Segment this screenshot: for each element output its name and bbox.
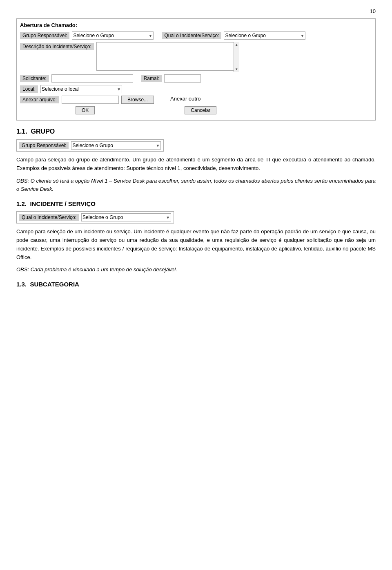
local-arrow-icon: ▼ — [117, 87, 121, 92]
anexar-outro-label: Anexar outro — [170, 96, 200, 102]
descricao-label: Descrição do Incidente/Serviço: — [20, 43, 94, 50]
descricao-textarea[interactable] — [96, 42, 239, 71]
incidente-arrow-icon: ▼ — [301, 34, 305, 38]
section2-para1: Campo para seleção de um incidente ou se… — [16, 228, 376, 262]
section2-title: INCIDENTE / SERVIÇO — [30, 200, 96, 207]
section2-incidente-select-text: Selecione o Grupo — [82, 215, 123, 220]
section2-number: 1.2. — [16, 200, 27, 207]
grupo-responsavel-select[interactable]: Selecione o Grupo ▼ — [72, 31, 154, 40]
section1-obs1: OBS: O cliente só terá a opção Nível 1 –… — [16, 177, 376, 194]
local-label: Local: — [20, 85, 38, 93]
descricao-wrapper: ▲ ▼ — [96, 42, 239, 72]
form-row-buttons: OK Cancelar — [20, 106, 372, 114]
section3-title: SUBCATEGORIA — [30, 281, 79, 288]
section2-incidente-label: Qual o Incidente/Serviço: — [19, 214, 79, 221]
scroll-up-icon: ▲ — [234, 42, 239, 47]
ramal-input[interactable] — [164, 74, 201, 83]
section1-title: GRUPO — [31, 128, 55, 135]
local-select-text: Selecione o local — [42, 86, 79, 92]
section1-grupo-label: Grupo Responsável: — [19, 142, 69, 149]
ramal-label: Ramal: — [141, 75, 162, 82]
section2-incidente-arrow-icon: ▼ — [166, 215, 170, 220]
section1-para1: Campo para seleção do grupo de atendimen… — [16, 156, 376, 173]
form-row-grupo-incidente: Grupo Responsável: Selecione o Grupo ▼ Q… — [20, 31, 372, 40]
section2-obs1: OBS: Cada problema é vinculado a um temp… — [16, 266, 376, 274]
browse-button[interactable]: Browse... — [121, 96, 154, 104]
section1-grupo-select[interactable]: Selecione o Grupo ▼ — [71, 141, 161, 150]
form-row-anexar: Anexar arquivo: Browse... Anexar outro — [20, 96, 372, 104]
incidente-select-text: Selecione o Grupo — [225, 33, 265, 38]
incidente-select[interactable]: Selecione o Grupo ▼ — [224, 31, 305, 40]
local-select[interactable]: Selecione o local ▼ — [40, 85, 122, 93]
solicitante-input[interactable] — [51, 74, 133, 83]
ok-button[interactable]: OK — [76, 106, 95, 114]
section1-number: 1.1. — [16, 128, 27, 135]
anexar-input[interactable] — [62, 96, 119, 104]
textarea-scrollbar: ▲ ▼ — [234, 42, 239, 72]
section1-heading: 1.1. GRUPO — [16, 128, 376, 135]
incidente-label: Qual o Incidente/Serviço: — [162, 32, 221, 39]
grupo-responsavel-arrow-icon: ▼ — [149, 34, 153, 38]
section3-number: 1.3. — [16, 281, 27, 288]
form-row-local: Local: Selecione o local ▼ — [20, 85, 372, 93]
form-row-descricao: Descrição do Incidente/Serviço: ▲ ▼ — [20, 42, 372, 72]
abertura-chamado-form: Abertura de Chamado: Grupo Responsável: … — [16, 18, 376, 121]
form-title: Abertura de Chamado: — [20, 22, 372, 28]
cancelar-button[interactable]: Cancelar — [185, 106, 216, 114]
solicitante-label: Solicitante: — [20, 75, 49, 82]
section2-incidente-form: Qual o Incidente/Serviço: Selecione o Gr… — [16, 211, 174, 224]
section1-grupo-arrow-icon: ▼ — [156, 143, 160, 148]
section3-heading: 1.3. SUBCATEGORIA — [16, 281, 376, 288]
anexar-label: Anexar arquivo: — [20, 96, 59, 103]
form-row-solicitante-ramal: Solicitante: Ramal: — [20, 74, 372, 83]
scroll-down-icon: ▼ — [234, 67, 239, 72]
page-number: 10 — [16, 8, 376, 14]
section1-grupo-select-text: Selecione o Grupo — [72, 143, 113, 148]
grupo-responsavel-select-text: Selecione o Grupo — [73, 33, 114, 38]
grupo-responsavel-label: Grupo Responsável: — [20, 32, 69, 39]
section1-grupo-form: Grupo Responsável: Selecione o Grupo ▼ — [16, 139, 164, 152]
section2-heading: 1.2. INCIDENTE / SERVIÇO — [16, 200, 376, 207]
section2-incidente-select[interactable]: Selecione o Grupo ▼ — [81, 213, 171, 221]
